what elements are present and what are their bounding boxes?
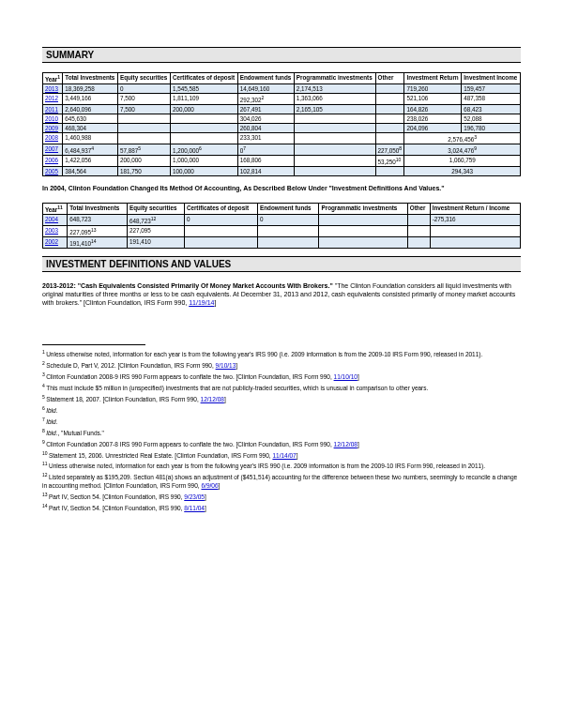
year-link[interactable]: 2007 bbox=[45, 145, 58, 152]
data-cell bbox=[170, 124, 237, 133]
data-cell: 07 bbox=[237, 144, 294, 156]
data-cell: 227,09513 bbox=[68, 225, 128, 236]
data-cell bbox=[407, 225, 430, 236]
data-cell: 52,088 bbox=[462, 114, 521, 124]
table-row: 2002191,41014191,410 bbox=[43, 236, 521, 248]
data-cell: 645,630 bbox=[63, 114, 118, 124]
footnote: 9 Clinton Foundation 2007-8 IRS 990 Form… bbox=[42, 439, 521, 449]
data-cell: 6,484,9374 bbox=[63, 144, 118, 156]
footnote: 7 Ibid. bbox=[42, 417, 521, 427]
data-cell bbox=[117, 114, 170, 124]
year-link[interactable]: 2002 bbox=[45, 238, 58, 245]
footnote: 5 Statement 18, 2007. [Clinton Foundatio… bbox=[42, 394, 521, 404]
data-cell bbox=[170, 114, 237, 124]
data-cell: 260,804 bbox=[237, 124, 294, 133]
footnote-rule bbox=[42, 344, 145, 345]
footnote-link[interactable]: 11/14/07 bbox=[272, 452, 296, 459]
data-cell: 14,649,160 bbox=[237, 84, 294, 94]
footnote-link[interactable]: 9/10/13 bbox=[216, 362, 236, 369]
definitions-header: INVESTMENT DEFINITIONS AND VALUES bbox=[42, 256, 521, 272]
defs-link[interactable]: 11/19/14 bbox=[189, 299, 214, 306]
year-link[interactable]: 2011 bbox=[45, 106, 58, 113]
data-cell: 2,165,105 bbox=[294, 105, 375, 114]
data-cell: 292,3022 bbox=[237, 94, 294, 105]
table-row: 20081,460,988233,3012,576,4563 bbox=[43, 133, 521, 144]
footnote-link[interactable]: 9/23/05 bbox=[184, 493, 205, 500]
col-header: Year1 bbox=[43, 73, 63, 84]
data-cell: 1,422,056 bbox=[63, 156, 118, 167]
merged-return-income: 1,060,759 bbox=[404, 156, 521, 167]
data-cell bbox=[294, 133, 375, 144]
data-cell: 227,0508 bbox=[375, 144, 404, 156]
data-cell bbox=[117, 133, 170, 144]
data-cell bbox=[117, 124, 170, 133]
col-header: Investment Income bbox=[462, 73, 521, 84]
data-cell: 196,780 bbox=[462, 124, 521, 133]
year-link[interactable]: 2013 bbox=[45, 85, 58, 92]
footnote: 3 Clinton Foundation 2008-9 IRS 990 Form… bbox=[42, 372, 521, 382]
table-row: 2003227,09513227,095 bbox=[43, 225, 521, 236]
table-row: 20076,484,937457,88751,200,000607227,050… bbox=[43, 144, 521, 156]
data-cell bbox=[375, 114, 404, 124]
merged-return-income: 2,576,4563 bbox=[404, 133, 521, 144]
footnote-link[interactable]: 12/12/08 bbox=[334, 441, 358, 447]
definitions-paragraph: 2013-2012: "Cash Equivalents Consisted P… bbox=[42, 281, 521, 307]
summary-header: SUMMARY bbox=[42, 47, 521, 63]
data-cell bbox=[294, 144, 375, 156]
year-link[interactable]: 2004 bbox=[45, 216, 58, 222]
table-row: 2004648,723648,7231200-275,316 bbox=[43, 214, 521, 225]
data-cell bbox=[430, 225, 520, 236]
data-cell: 384,564 bbox=[63, 167, 118, 176]
footnote-link[interactable]: 6/9/06 bbox=[201, 482, 218, 489]
footnote-link[interactable]: 11/10/10 bbox=[334, 373, 358, 380]
data-cell bbox=[407, 236, 430, 248]
data-cell: 1,363,066 bbox=[294, 94, 375, 105]
data-cell bbox=[294, 156, 375, 167]
table-row: 2005384,564181,750100,000102,814294,343 bbox=[43, 167, 521, 176]
investments-table-2: Year11Total InvestmentsEquity securities… bbox=[42, 203, 521, 249]
data-cell: 227,095 bbox=[128, 225, 185, 236]
footnote: 6 Ibid. bbox=[42, 405, 521, 416]
data-cell: 7,500 bbox=[117, 94, 170, 105]
data-cell: 7,500 bbox=[117, 105, 170, 114]
data-cell: 68,423 bbox=[462, 105, 521, 114]
footnote-link[interactable]: 12/12/08 bbox=[201, 396, 224, 402]
data-cell: 1,200,0006 bbox=[170, 144, 237, 156]
data-cell: 233,301 bbox=[237, 133, 294, 144]
data-cell: 1,545,585 bbox=[170, 84, 237, 94]
year-link[interactable]: 2003 bbox=[45, 227, 58, 234]
data-cell: 719,260 bbox=[404, 84, 462, 94]
data-cell bbox=[375, 94, 404, 105]
year-link[interactable]: 2008 bbox=[45, 134, 58, 141]
year-link[interactable]: 2010 bbox=[45, 115, 58, 122]
table-row: 2009468,304260,804204,096196,780 bbox=[43, 124, 521, 133]
table-row: 20123,449,1667,5001,811,109292,30221,363… bbox=[43, 94, 521, 105]
data-cell: 53,25010 bbox=[375, 156, 404, 167]
data-cell bbox=[184, 236, 257, 248]
footnote-link[interactable]: 8/11/04 bbox=[184, 505, 205, 511]
year-link[interactable]: 2005 bbox=[45, 168, 58, 174]
data-cell: 204,096 bbox=[404, 124, 462, 133]
year-link[interactable]: 2009 bbox=[45, 125, 58, 131]
col-header: Equity securities bbox=[117, 73, 170, 84]
data-cell bbox=[375, 124, 404, 133]
footnote: 8 Ibid., "Mutual Funds." bbox=[42, 428, 521, 438]
year-link[interactable]: 2006 bbox=[45, 157, 58, 163]
col-header: Other bbox=[375, 73, 404, 84]
col-header: Total Investments bbox=[68, 203, 128, 214]
data-cell: 521,106 bbox=[404, 94, 462, 105]
merged-return-income: 294,343 bbox=[404, 167, 521, 176]
year-link[interactable]: 2012 bbox=[45, 95, 58, 101]
data-cell: -275,316 bbox=[430, 214, 520, 225]
data-cell: 487,358 bbox=[462, 94, 521, 105]
table-row: 201318,369,25801,545,58514,649,1602,174,… bbox=[43, 84, 521, 94]
data-cell: 238,026 bbox=[404, 114, 462, 124]
footnote: 12 Listed separately as $195,209. Sectio… bbox=[42, 472, 521, 491]
col-header: Endowment funds bbox=[258, 203, 319, 214]
data-cell bbox=[184, 225, 257, 236]
data-cell bbox=[258, 225, 319, 236]
col-header: Certificates of deposit bbox=[170, 73, 237, 84]
col-header: Investment Return / Income bbox=[430, 203, 520, 214]
data-cell: 648,72312 bbox=[128, 214, 185, 225]
data-cell bbox=[375, 167, 404, 176]
